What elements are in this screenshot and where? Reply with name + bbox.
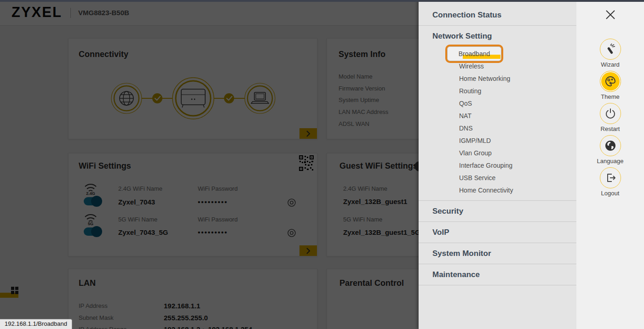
- menu-item-dns[interactable]: DNS: [419, 122, 576, 135]
- menu-item-routing[interactable]: Routing: [419, 85, 576, 97]
- menu-item-network-setting[interactable]: Network Setting: [419, 26, 576, 47]
- menu-item-nat[interactable]: NAT: [419, 110, 576, 122]
- menu-item-security[interactable]: Security: [419, 201, 576, 222]
- restart-label: Restart: [601, 125, 620, 132]
- globe-icon: [604, 139, 617, 152]
- navigation-menu-panel: Connection Status Network Setting Broadb…: [419, 0, 576, 329]
- logout-label: Logout: [601, 190, 620, 197]
- language-button[interactable]: Language: [576, 135, 644, 167]
- language-label: Language: [597, 158, 624, 164]
- menu-item-home-connectivity[interactable]: Home Connectivity: [419, 184, 576, 197]
- restart-circle: [600, 103, 621, 124]
- theme-circle: [600, 71, 621, 92]
- restart-button[interactable]: Restart: [576, 103, 644, 135]
- wand-icon: [604, 43, 616, 55]
- browser-status-bar: 192.168.1.1/Broadband: [0, 319, 72, 329]
- menu-item-qos[interactable]: QoS: [419, 97, 576, 110]
- wizard-label: Wizard: [601, 61, 619, 68]
- wizard-button[interactable]: Wizard: [576, 39, 644, 71]
- theme-button[interactable]: Theme: [576, 71, 644, 103]
- menu-item-wireless[interactable]: Wireless: [419, 60, 576, 73]
- menu-item-system-monitor[interactable]: System Monitor: [419, 243, 576, 264]
- menu-item-usb-service[interactable]: USB Service: [419, 172, 576, 184]
- menu-item-broadband[interactable]: Broadband: [419, 48, 576, 60]
- menu-item-igmp-mld[interactable]: IGMP/MLD: [419, 135, 576, 147]
- power-icon: [604, 108, 616, 119]
- theme-label: Theme: [601, 93, 619, 100]
- menu-item-interface-grouping[interactable]: Interface Grouping: [419, 159, 576, 172]
- screen: ZYXEL VMG8823-B50B Connectivity: [0, 0, 644, 329]
- menu-item-maintenance[interactable]: Maintenance: [419, 264, 576, 285]
- language-circle: [600, 135, 621, 156]
- network-setting-sublist: Broadband Wireless Home Networking Routi…: [419, 47, 576, 201]
- wizard-circle: [600, 39, 621, 60]
- menu-item-connection-status[interactable]: Connection Status: [419, 5, 576, 26]
- menu-item-vlan-group[interactable]: Vlan Group: [419, 147, 576, 159]
- menu-item-voip[interactable]: VoIP: [419, 222, 576, 243]
- quickbar-items: Wizard Theme: [576, 39, 644, 199]
- logout-icon: [604, 172, 616, 184]
- menu-item-home-networking[interactable]: Home Networking: [419, 73, 576, 85]
- logout-button[interactable]: Logout: [576, 167, 644, 199]
- palette-icon: [604, 75, 616, 87]
- close-icon[interactable]: [604, 9, 616, 21]
- logout-circle: [600, 167, 621, 188]
- window-top-strip: [0, 0, 644, 2]
- quick-actions-bar: Wizard Theme: [576, 0, 644, 329]
